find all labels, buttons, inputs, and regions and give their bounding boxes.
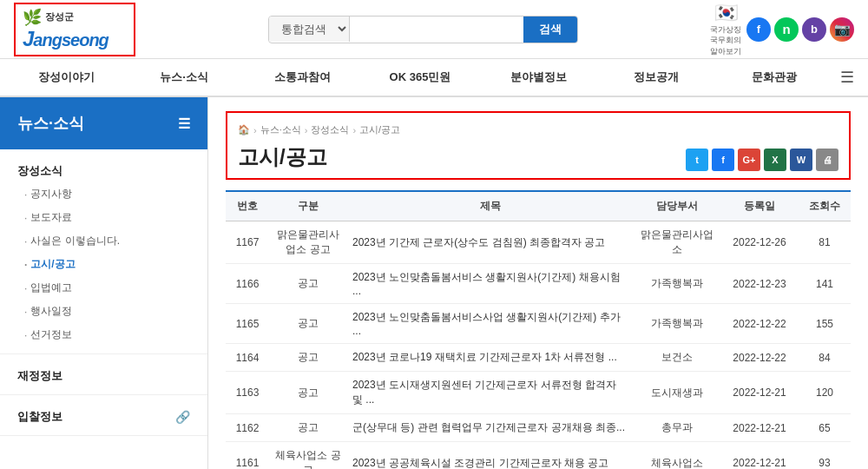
cell-title[interactable]: 2023년 기간제 근로자(상수도 검침원) 최종합격자 공고 [347, 221, 634, 264]
breadcrumb-title-block: 🏠 › 뉴스·소식 › 장성소식 › 고시/공고 고시/공고 [238, 120, 400, 171]
main-content: 🏠 › 뉴스·소식 › 장성소식 › 고시/공고 고시/공고 t f G+ X … [208, 97, 868, 469]
naver-blog-icon[interactable]: n [774, 17, 799, 42]
nav-item-sectors[interactable]: 분야별정보 [479, 61, 597, 94]
cell-title[interactable]: 군(상무대 등) 관련 협력업무 기간제근로자 공개채용 최종... [347, 414, 634, 442]
col-header-num: 번호 [226, 191, 269, 221]
col-header-dept: 담당부서 [634, 191, 720, 221]
cell-num: 1163 [226, 372, 269, 414]
gov-links: 국가상징 국무회의 알아보기 [710, 24, 741, 57]
sidebar-title: 뉴스·소식 ☰ [0, 97, 207, 149]
sidebar-section-title-news: 장성소식 [0, 156, 207, 182]
cell-type: 공고 [269, 304, 347, 344]
sidebar-item-facts[interactable]: 사실은 이렇습니다. [0, 229, 207, 253]
sidebar-item-election[interactable]: 선거정보 [0, 323, 207, 347]
flag-gov: 🇰🇷 국가상징 국무회의 알아보기 [710, 2, 741, 57]
cell-type: 공고 [269, 372, 347, 414]
sidebar-item-legislation[interactable]: 입법예고 [0, 276, 207, 300]
cell-views: 84 [799, 344, 851, 372]
cell-title[interactable]: 2023년 노인맞춤돌봄서비스사업 생활지원사(기간제) 추가 ... [347, 304, 634, 344]
table-row: 1164 공고 2023년 코로나19 재택치료 기간제근로자 1차 서류전형 … [226, 344, 851, 372]
bid-info-icon[interactable]: 🔗 [175, 410, 190, 424]
table-row: 1163 공고 2023년 도시재생지원센터 기간제근로자 서류전형 합격자 및… [226, 372, 851, 414]
sidebar-item-press[interactable]: 보도자료 [0, 206, 207, 229]
google-share-icon[interactable]: G+ [738, 149, 760, 171]
facebook-icon[interactable]: f [746, 17, 771, 42]
cell-dept: 체육사업소 [634, 442, 720, 470]
table-row: 1165 공고 2023년 노인맞춤돌봄서비스사업 생활지원사(기간제) 추가 … [226, 304, 851, 344]
cell-title[interactable]: 2023년 코로나19 재택치료 기간제근로자 1차 서류전형 ... [347, 344, 634, 372]
table-row: 1166 공고 2023년 노인맞춤돌봄서비스 생활지원사(기간제) 채용시험 … [226, 264, 851, 304]
instagram-icon[interactable]: 📷 [830, 17, 854, 42]
word-export-icon[interactable]: W [790, 149, 812, 171]
korea-flag-icon: 🇰🇷 [714, 2, 738, 24]
nav-item-communication[interactable]: 소통과참여 [243, 61, 361, 94]
cell-views: 155 [799, 304, 851, 344]
social-icons: f n b 📷 [746, 17, 854, 42]
cell-views: 81 [799, 221, 851, 264]
cell-num: 1167 [226, 221, 269, 264]
share-icons: t f G+ X W 🖨 [686, 149, 838, 171]
logo-kr: 장성군 [45, 10, 74, 23]
nav-item-jangseong-story[interactable]: 장성이야기 [7, 61, 125, 94]
nav-item-culture[interactable]: 문화관광 [715, 61, 833, 94]
cell-title[interactable]: 2023년 공공체육시설 조경관리 기간제근로자 채용 공고 [347, 442, 634, 470]
nav-item-public-info[interactable]: 정보공개 [597, 61, 715, 94]
cell-date: 2022-12-22 [720, 344, 799, 372]
sidebar-item-announcement[interactable]: 고시/공고 [0, 253, 207, 276]
cell-title[interactable]: 2023년 노인맞춤돌봄서비스 생활지원사(기간제) 채용시험 ... [347, 264, 634, 304]
cell-type: 공고 [269, 344, 347, 372]
logo-leaf-icon: 🌿 [23, 8, 42, 27]
cell-views: 93 [799, 442, 851, 470]
table-row: 1167 맑은물관리사업소 공고 2023년 기간제 근로자(상수도 검침원) … [226, 221, 851, 264]
header: 🌿 장성군 Jangseong 통합검색 검색 🇰🇷 국가상징 국무회의 알아보… [0, 0, 868, 59]
page-header: 🏠 › 뉴스·소식 › 장성소식 › 고시/공고 고시/공고 t f G+ X … [226, 111, 851, 180]
nav-item-ok365[interactable]: OK 365민원 [361, 61, 479, 94]
cell-type: 공고 [269, 264, 347, 304]
excel-export-icon[interactable]: X [764, 149, 786, 171]
table-row: 1162 공고 군(상무대 등) 관련 협력업무 기간제근로자 공개채용 최종.… [226, 414, 851, 442]
cell-dept: 맑은물관리사업소 [634, 221, 720, 264]
facebook-share-icon[interactable]: f [712, 149, 734, 171]
cell-dept: 가족행복과 [634, 304, 720, 344]
header-right: 🇰🇷 국가상징 국무회의 알아보기 f n b 📷 [710, 2, 854, 57]
search-input[interactable] [350, 17, 523, 41]
cell-dept: 보건소 [634, 344, 720, 372]
nav-item-news[interactable]: 뉴스·소식 [125, 61, 243, 94]
sidebar-menu-icon[interactable]: ☰ [178, 116, 190, 132]
twitter-share-icon[interactable]: t [686, 149, 708, 171]
col-header-date: 등록일 [720, 191, 799, 221]
print-icon[interactable]: 🖨 [816, 149, 838, 171]
search-category-select[interactable]: 통합검색 [269, 17, 350, 42]
col-header-views: 조회수 [799, 191, 851, 221]
cell-num: 1165 [226, 304, 269, 344]
cell-num: 1166 [226, 264, 269, 304]
cell-dept: 도시재생과 [634, 372, 720, 414]
cell-dept: 가족행복과 [634, 264, 720, 304]
cell-num: 1162 [226, 414, 269, 442]
sidebar-item-notice[interactable]: 공지사항 [0, 182, 207, 206]
content-area: 뉴스·소식 ☰ 장성소식 공지사항 보도자료 사실은 이렇습니다. 고시/공고 … [0, 97, 868, 469]
cell-num: 1161 [226, 442, 269, 470]
hamburger-menu-icon[interactable]: ☰ [833, 61, 861, 94]
sidebar-section-finance: 재정정보 [0, 354, 207, 395]
breadcrumb-news[interactable]: 뉴스·소식 [260, 123, 301, 136]
band-icon[interactable]: b [802, 17, 826, 42]
breadcrumb-home: 🏠 [238, 124, 250, 135]
cell-views: 65 [799, 414, 851, 442]
table-row: 1161 체육사업소 공고 2023년 공공체육시설 조경관리 기간제근로자 채… [226, 442, 851, 470]
cell-date: 2022-12-21 [720, 442, 799, 470]
col-header-title: 제목 [347, 191, 634, 221]
cell-date: 2022-12-21 [720, 372, 799, 414]
cell-views: 141 [799, 264, 851, 304]
sidebar-item-events[interactable]: 행사일정 [0, 300, 207, 323]
col-header-type: 구분 [269, 191, 347, 221]
search-button[interactable]: 검색 [523, 17, 577, 43]
sidebar-section-bid: 입찰정보 🔗 [0, 395, 207, 436]
breadcrumb-current: 고시/공고 [359, 123, 400, 136]
search-box: 통합검색 검색 [268, 16, 578, 43]
cell-date: 2022-12-26 [720, 221, 799, 264]
cell-date: 2022-12-22 [720, 304, 799, 344]
breadcrumb-jangseong[interactable]: 장성소식 [311, 123, 349, 136]
sidebar-section-title-finance: 재정정보 [0, 361, 207, 387]
cell-title[interactable]: 2023년 도시재생지원센터 기간제근로자 서류전형 합격자 및 ... [347, 372, 634, 414]
